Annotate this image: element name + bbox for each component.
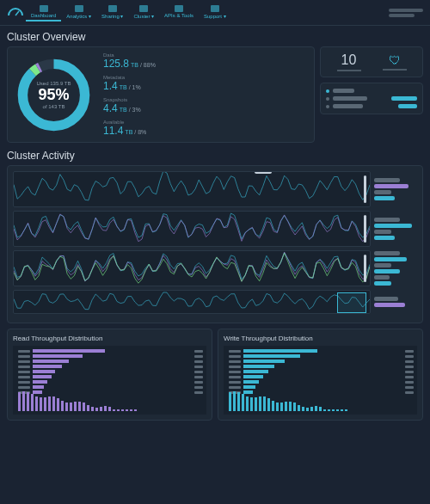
write-dist-chart [224,346,417,415]
dist-bar [243,360,285,363]
dist-bar [243,385,255,389]
activity-chart-2[interactable] [13,250,371,286]
dist-bar [33,380,47,384]
placeholder-bar [389,14,415,17]
dist-bar [243,380,259,384]
dist-bar [243,365,274,368]
svg-rect-4 [139,5,148,12]
top-right-controls [389,9,423,17]
dist-bar [33,370,55,373]
chart-marker[interactable] [255,171,272,174]
donut-percent: 95% [37,86,71,104]
write-dist-panel: Write Throughput Distribution [218,329,423,421]
svg-rect-2 [75,5,83,12]
nav-support[interactable]: Support ▾ [199,3,231,22]
chart-legend [374,211,417,247]
activity-title: Cluster Activity [7,150,423,162]
donut-total-label: of 143 TB [37,104,71,109]
write-dist-title: Write Throughput Distribution [224,335,417,342]
node-count: 10 [337,52,361,68]
placeholder-bar [389,9,423,12]
nav-icon [175,5,183,12]
overview-title: Cluster Overview [7,31,423,43]
dist-bar [33,375,52,378]
dist-bar [243,354,300,358]
activity-panel [7,165,423,323]
dist-bar [33,365,62,368]
nav-dashboard[interactable]: Dashboard [26,3,61,22]
svg-line-0 [15,11,19,15]
top-nav: DashboardAnalytics ▾Sharing ▾Cluster ▾AP… [0,0,430,26]
nav-icon [40,5,48,12]
svg-rect-3 [108,5,117,12]
chart-legend [374,171,417,207]
dist-bar [33,360,69,363]
nav-icon [139,5,148,12]
info-card-top: 10 🛡 [320,46,423,77]
stat-value: 11.4 [103,125,123,137]
selection-box[interactable] [337,292,366,313]
info-card-bottom [320,83,423,114]
stat-value: 125.8 [103,58,129,70]
read-dist-panel: Read Throughput Distribution [7,329,212,421]
svg-rect-6 [211,5,219,12]
activity-chart-3[interactable] [13,290,371,314]
activity-chart-0[interactable] [13,171,371,207]
storage-stats: Data 125.8TB / 88%Metadata 1.4TB / 1%Sna… [103,52,156,137]
dist-bar [243,349,317,353]
usage-donut: Used 135.9 TB 95% of 143 TB [13,54,95,136]
nav-sharing[interactable]: Sharing ▾ [96,3,128,22]
read-dist-chart [13,346,206,415]
stat-value: 4.4 [103,102,118,114]
dist-bar [33,354,83,358]
nav-cluster[interactable]: Cluster ▾ [128,3,159,22]
shield-icon: 🛡 [389,53,401,67]
logo-icon [7,7,24,19]
dist-bar [243,375,263,378]
chart-handle[interactable] [364,215,366,243]
read-dist-title: Read Throughput Distribution [13,335,206,342]
nav-analytics[interactable]: Analytics ▾ [61,3,96,22]
dist-bar [33,349,105,353]
activity-chart-1[interactable] [13,211,371,247]
chart-legend [374,290,417,314]
nav-icon [75,5,83,12]
dist-bar [33,385,44,389]
overview-panel: Used 135.9 TB 95% of 143 TB Data 125.8TB… [7,46,315,143]
svg-rect-5 [175,5,183,12]
stat-value: 1.4 [103,80,118,92]
nav-icon [211,5,219,12]
dist-bar [243,370,268,373]
nav-apistools[interactable]: APIs & Tools [159,3,199,22]
chart-handle[interactable] [364,255,366,282]
svg-rect-1 [40,5,48,12]
chart-handle[interactable] [364,175,366,203]
nav-icon [108,5,117,12]
chart-legend [374,250,417,286]
